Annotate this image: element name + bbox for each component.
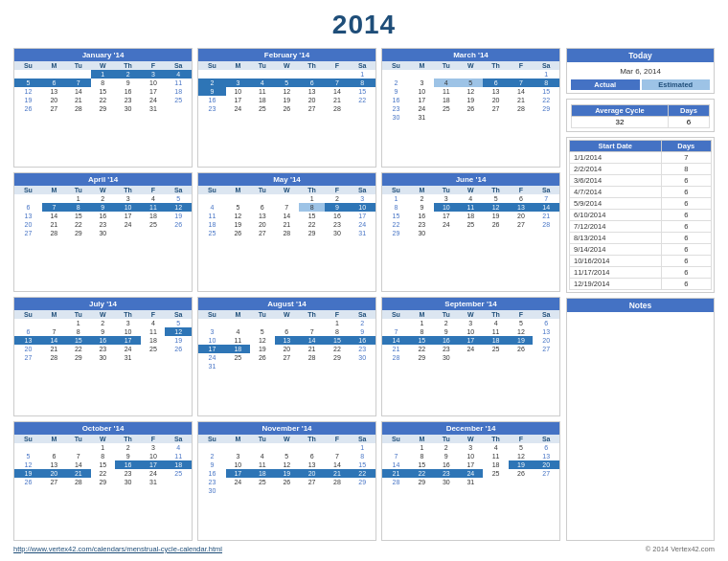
notes-widget: Notes [566,298,715,541]
page: 2014 January '14SuMTuWThFSa1234567891011… [0,0,728,561]
cycle-table: Start Date Days 1/1/201472/2/201483/6/20… [569,140,712,290]
mini-cal-header-5: May '14 [198,173,375,186]
mini-cal-3: March '14SuMTuWThFSa12345678910111213141… [381,48,560,168]
cycle-widget: Start Date Days 1/1/201472/2/201483/6/20… [566,137,715,293]
cycle-row: 9/14/20146 [570,244,712,256]
mini-cal-1: January '14SuMTuWThFSa123456789101112131… [13,48,193,168]
cycle-row: 1/1/20147 [570,152,712,164]
mini-cal-7: July '14SuMTuWThFSa123456789101112131415… [13,297,193,416]
main-grid: January '14SuMTuWThFSa123456789101112131… [13,48,715,541]
average-widget: Average Cycle Days 32 6 [566,99,715,132]
average-body: Average Cycle Days 32 6 [567,100,714,131]
average-table: Average Cycle Days 32 6 [571,104,710,128]
mini-cal-header-10: October '14 [14,422,192,435]
cycle-body: Start Date Days 1/1/201472/2/201483/6/20… [567,138,714,292]
avg-cycle-value: 32 [572,117,669,128]
mini-cal-12: December '14SuMTuWThFSa12345678910111213… [381,421,560,541]
cycle-row: 11/17/20146 [570,267,712,279]
cycle-row: 7/12/20146 [570,221,712,233]
mini-cal-header-6: June '14 [382,173,559,186]
cycle-start-header: Start Date [570,141,662,152]
mini-cal-5: May '14SuMTuWThFSa1234567891011121314151… [197,172,376,292]
mini-cal-11: November '14SuMTuWThFSa12345678910111213… [197,421,376,541]
cycle-row: 3/6/20146 [570,175,712,187]
footer-link[interactable]: http://www.vertex42.com/calendars/menstr… [13,545,222,553]
mini-cal-header-12: December '14 [382,422,559,435]
cycle-row: 10/16/20146 [570,256,712,267]
cycle-row: 12/19/20146 [570,279,712,290]
mini-cal-header-4: April '14 [14,173,192,186]
mini-cal-header-3: March '14 [382,49,559,61]
mini-cal-header-9: September '14 [382,298,559,310]
mini-cal-header-8: August '14 [198,298,375,310]
footer: http://www.vertex42.com/calendars/menstr… [13,545,715,553]
mini-cal-4: April '14SuMTuWThFSa12345678910111213141… [13,172,193,292]
mini-cal-header-1: January '14 [14,49,192,61]
cycle-row: 2/2/20148 [570,164,712,175]
mini-cal-9: September '14SuMTuWThFSa1234567891011121… [381,297,560,416]
mini-cal-2: February '14SuMTuWThFSa12345678910111213… [197,48,376,168]
avg-days-value: 6 [668,117,709,128]
cycle-row: 8/13/20146 [570,233,712,244]
avg-cycle-header: Average Cycle [572,105,669,117]
footer-copyright: © 2014 Vertex42.com [646,545,715,553]
today-widget: Today Mar 6, 2014 Actual Estimated [566,48,715,94]
today-date: Mar 6, 2014 [571,65,710,78]
cycle-row: 5/9/20146 [570,198,712,210]
cycle-row: 6/10/20146 [570,210,712,221]
notes-body [567,312,714,540]
today-header: Today [567,49,714,62]
legend-row: Actual Estimated [571,79,710,90]
legend-actual: Actual [571,79,640,90]
mini-cal-6: June '14SuMTuWThFSa123456789101112131415… [381,172,560,292]
cycle-row: 4/7/20146 [570,187,712,198]
year-title: 2014 [13,10,715,40]
mini-cal-header-11: November '14 [198,422,375,435]
calendars-section: January '14SuMTuWThFSa123456789101112131… [13,48,560,541]
cycle-days-header: Days [661,141,711,152]
mini-cal-header-7: July '14 [14,298,192,310]
avg-days-header: Days [668,105,709,117]
today-body: Mar 6, 2014 Actual Estimated [567,62,714,93]
mini-cal-8: August '14SuMTuWThFSa1234567891011121314… [197,297,376,416]
mini-cal-header-2: February '14 [198,49,375,61]
notes-header: Notes [567,299,714,312]
legend-estimated: Estimated [642,79,711,90]
sidebar: Today Mar 6, 2014 Actual Estimated Avera… [566,48,715,541]
mini-cal-10: October '14SuMTuWThFSa123456789101112131… [13,421,193,541]
